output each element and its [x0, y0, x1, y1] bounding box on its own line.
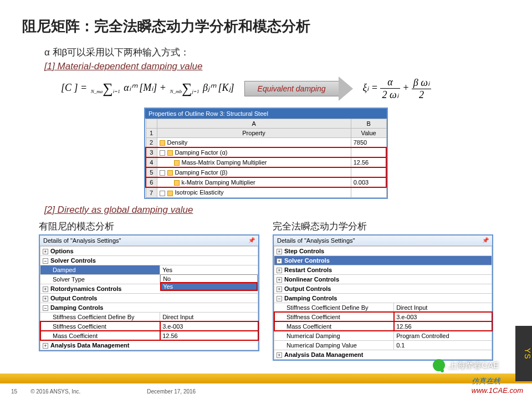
- arrow-equivalent-damping: Equivalent damping: [244, 76, 353, 101]
- expand-icon[interactable]: −: [277, 296, 282, 301]
- table-row: 4Mass-Matrix Damping Multiplier12.56: [146, 157, 386, 167]
- expand-icon[interactable]: +: [43, 296, 48, 301]
- table-row: 2Density7850: [146, 138, 386, 148]
- property-icon: [174, 180, 180, 186]
- equation-xi: ξᵢ = α2 ωᵢ + β ωᵢ2: [363, 76, 431, 101]
- solver-controls-selected[interactable]: +Solver Controls: [274, 255, 492, 265]
- properties-panel: Properties of Outline Row 3: Structural …: [144, 108, 388, 199]
- expand-icon[interactable]: [160, 191, 165, 196]
- pin-icon[interactable]: 📌: [482, 237, 489, 244]
- equation-c: [C ] = N_ma∑i=1 αᵢᵐ [Mᵢ] + N_mb∑j=1 βⱼᵐ …: [61, 81, 234, 96]
- expand-icon[interactable]: +: [277, 268, 282, 273]
- intro-text: α 和β可以采用以下两种输入方式：: [44, 46, 510, 59]
- page-number: 15: [11, 388, 17, 395]
- table-row: 7Isotropic Elasticity: [146, 187, 386, 197]
- details-panel-right: Details of "Analysis Settings"📌 +Step Co…: [273, 234, 493, 361]
- section-1-label: [1] Material-dependent damping value: [44, 61, 510, 72]
- dropdown-yes[interactable]: Yes: [161, 283, 257, 290]
- footer: 15 © 2016 ANSYS, Inc. December 17, 2016: [0, 382, 532, 399]
- copyright: © 2016 ANSYS, Inc.: [30, 388, 80, 395]
- expand-icon[interactable]: −: [43, 258, 48, 264]
- stiffness-row[interactable]: Stiffness Coefficient3.e-003: [274, 312, 492, 321]
- section-2-label: [2] Directly as global damping value: [44, 204, 510, 216]
- page-title: 阻尼矩阵：完全法瞬态动力学分析和模态分析: [22, 17, 510, 36]
- property-icon: [174, 160, 180, 166]
- footer-date: December 17, 2016: [147, 388, 196, 395]
- details-head: Details of "Analysis Settings": [43, 237, 121, 244]
- pin-icon[interactable]: 📌: [248, 237, 255, 244]
- property-icon: [160, 140, 165, 146]
- right-panel-title: 完全法瞬态动力学分析: [273, 220, 493, 233]
- expand-icon[interactable]: +: [277, 287, 282, 292]
- property-icon: [167, 150, 173, 156]
- expand-icon[interactable]: +: [43, 343, 48, 349]
- wechat-icon: [433, 359, 445, 371]
- properties-title: Properties of Outline Row 3: Structural …: [145, 109, 387, 119]
- details-head: Details of "Analysis Settings": [277, 237, 355, 244]
- expand-icon[interactable]: +: [43, 287, 48, 292]
- stiffness-row[interactable]: Stiffness Coefficient3.e-003: [40, 321, 258, 331]
- table-row: 5Damping Factor (β): [146, 167, 386, 177]
- watermark-wechat: 上海摩睿CAE: [433, 359, 499, 371]
- damped-dropdown[interactable]: Yes NoYes: [160, 265, 258, 274]
- gold-band: [0, 374, 532, 382]
- expand-icon[interactable]: −: [43, 305, 48, 311]
- details-panel-left: Details of "Analysis Settings"📌 +Options…: [39, 234, 259, 351]
- damped-field[interactable]: Damped: [40, 265, 160, 274]
- property-icon: [167, 191, 173, 196]
- property-icon: [167, 170, 173, 176]
- expand-icon[interactable]: [160, 150, 165, 156]
- table-row: 6k-Matrix Damping Multiplier0.003: [146, 177, 386, 187]
- left-panel-title: 有阻尼的模态分析: [39, 220, 259, 233]
- ansys-tab: YS: [515, 326, 532, 381]
- equation-row: [C ] = N_ma∑i=1 αᵢᵐ [Mᵢ] + N_mb∑j=1 βⱼᵐ …: [61, 76, 510, 101]
- mass-row[interactable]: Mass Coefficient12.56: [40, 331, 258, 340]
- expand-icon[interactable]: +: [277, 277, 282, 283]
- expand-icon[interactable]: +: [277, 352, 282, 358]
- table-row: 3Damping Factor (α): [146, 147, 386, 157]
- mass-row[interactable]: Mass Coefficient12.56: [274, 321, 492, 331]
- expand-icon[interactable]: +: [277, 249, 282, 254]
- expand-icon[interactable]: [160, 170, 165, 176]
- expand-icon[interactable]: +: [43, 249, 48, 254]
